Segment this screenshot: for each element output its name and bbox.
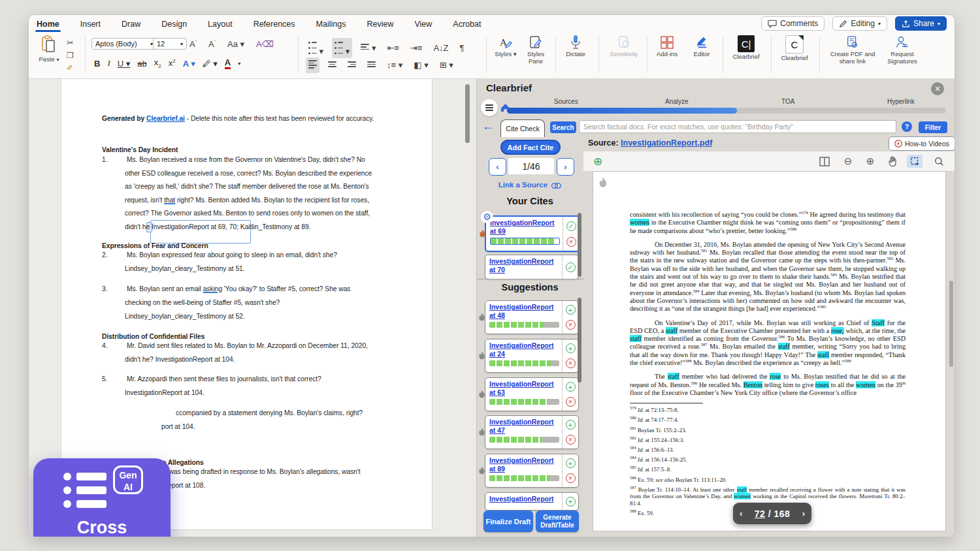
sort-icon[interactable]: A↓Z bbox=[431, 42, 451, 54]
tab-insert[interactable]: Insert bbox=[79, 17, 102, 31]
prev-cite-button[interactable]: ‹ bbox=[489, 158, 506, 176]
back-arrow-icon[interactable]: ← bbox=[482, 119, 494, 133]
pdf-scrollbar[interactable] bbox=[949, 281, 953, 367]
suggestion-card-investigationreport-24[interactable]: InvestigationReport at 24 + × bbox=[485, 339, 579, 373]
comments-button[interactable]: Comments bbox=[761, 16, 825, 31]
font-name-select[interactable]: Aptos (Body)▾ bbox=[91, 38, 157, 50]
borders-icon[interactable]: ⊞ ▾ bbox=[437, 59, 456, 71]
dictate-button[interactable]: Dictate bbox=[559, 35, 592, 58]
paste-button[interactable]: Paste ▾ bbox=[34, 35, 64, 63]
page-layout-icon[interactable] bbox=[817, 155, 832, 168]
highlight-color-icon[interactable]: 🖉 ▾ bbox=[203, 59, 218, 69]
add-ins-button[interactable]: Add-ins bbox=[651, 35, 683, 58]
multilevel-list-icon[interactable]: ▾ bbox=[358, 41, 378, 54]
suggestion-card-investigationreport-63[interactable]: InvestigationReport at 63 + × bbox=[485, 377, 579, 411]
add-cite-icon[interactable]: + bbox=[566, 382, 576, 392]
align-right-icon[interactable] bbox=[345, 59, 359, 72]
underline-icon[interactable]: U ▾ bbox=[118, 59, 131, 69]
pdf-search-icon[interactable] bbox=[931, 155, 947, 168]
tab-view[interactable]: View bbox=[413, 17, 433, 31]
cite-link[interactable]: InvestigationReport at 70 bbox=[489, 257, 559, 274]
nav-step-sources[interactable]: Sources bbox=[554, 98, 578, 105]
create-pdf-button[interactable]: Create PDF and share link bbox=[827, 35, 878, 65]
dismiss-cite-icon[interactable]: × bbox=[566, 397, 576, 407]
tab-design[interactable]: Design bbox=[160, 17, 188, 31]
hand-tool-icon[interactable] bbox=[885, 155, 900, 168]
how-to-videos-button[interactable]: How-to Videos bbox=[889, 136, 955, 151]
bullet-list-icon[interactable]: ▾ bbox=[306, 38, 326, 58]
add-cite-icon[interactable]: + bbox=[566, 497, 576, 507]
accept-cite-icon[interactable]: ✓ bbox=[566, 221, 576, 231]
marquee-select-icon[interactable] bbox=[907, 155, 923, 168]
next-cite-button[interactable]: › bbox=[557, 158, 574, 176]
tab-mailings[interactable]: Mailings bbox=[315, 17, 348, 31]
tab-review[interactable]: Review bbox=[365, 17, 395, 31]
zoom-in-icon[interactable]: ⊕ bbox=[862, 155, 878, 168]
cite-card-investigationreport-70[interactable]: InvestigationReport at 70 ✓ bbox=[485, 255, 579, 279]
prev-page-icon[interactable]: ‹ bbox=[740, 509, 742, 518]
add-cite-icon[interactable]: + bbox=[566, 420, 576, 430]
next-page-icon[interactable]: › bbox=[802, 509, 805, 518]
font-color-icon[interactable]: A bbox=[225, 57, 231, 69]
pdf-page[interactable]: consistent with his recollection of sayi… bbox=[593, 171, 946, 531]
styles-pane-button[interactable]: Styles Pane bbox=[520, 35, 551, 65]
numbered-list-icon[interactable]: ▾ bbox=[332, 38, 352, 58]
cite-link[interactable]: InvestigationReport at 24 bbox=[489, 341, 559, 358]
grow-font-icon[interactable]: Aˆ bbox=[187, 38, 199, 50]
cite-page-field[interactable]: 1/46 bbox=[508, 158, 554, 174]
suggestion-card-investigationreport-47[interactable]: InvestigationReport at 47 + × bbox=[485, 415, 579, 449]
request-signatures-button[interactable]: Request Signatures bbox=[879, 35, 925, 65]
line-spacing-icon[interactable]: ↕≡ ▾ bbox=[384, 59, 405, 71]
align-left-icon[interactable] bbox=[306, 57, 319, 73]
hamburger-menu-icon[interactable] bbox=[481, 99, 498, 116]
cite-check-tab[interactable]: Cite Check bbox=[500, 119, 545, 137]
suggestion-card-investigationreport-48[interactable]: InvestigationReport at 48 + × bbox=[485, 300, 579, 334]
change-case-icon[interactable]: Aa ▾ bbox=[225, 38, 247, 50]
add-fact-cite-button[interactable]: Add Fact Cite bbox=[500, 140, 561, 155]
nav-step-analyze[interactable]: Analyze bbox=[665, 98, 689, 105]
dismiss-cite-icon[interactable]: × bbox=[566, 320, 576, 330]
superscript-icon[interactable]: x2 bbox=[169, 58, 176, 68]
suggestions-scrollbar[interactable] bbox=[578, 298, 581, 383]
help-icon[interactable]: ? bbox=[902, 121, 912, 132]
filter-button[interactable]: Filter bbox=[919, 121, 947, 133]
suggestion-card-investigationreport-89[interactable]: InvestigationReport at 89 + × bbox=[485, 454, 579, 488]
copy-icon[interactable]: ❐ bbox=[67, 51, 74, 60]
source-file-link[interactable]: InvestigationReport.pdf bbox=[621, 138, 712, 148]
link-a-source-button[interactable]: Link a Source bbox=[477, 181, 583, 189]
your-cites-scrollbar[interactable] bbox=[578, 213, 581, 277]
tab-draw[interactable]: Draw bbox=[120, 17, 142, 31]
add-cite-icon[interactable]: + bbox=[566, 458, 576, 468]
tab-home[interactable]: Home bbox=[35, 17, 61, 31]
cite-link[interactable]: InvestigationReport at 89 bbox=[489, 456, 559, 473]
gear-icon[interactable]: ⚙ bbox=[481, 211, 493, 223]
decrease-indent-icon[interactable]: ⇤≡ bbox=[384, 42, 401, 54]
clearbrief-ribbon-button-2[interactable]: C Clearbrief bbox=[776, 35, 813, 62]
bold-icon[interactable]: B bbox=[94, 59, 100, 69]
current-page-field[interactable]: 72 bbox=[755, 509, 766, 519]
editing-mode-button[interactable]: Editing▾ bbox=[832, 16, 887, 31]
cite-link[interactable]: InvestigationReport at 48 bbox=[489, 303, 559, 320]
text-effects-icon[interactable]: A ▾ bbox=[183, 59, 195, 69]
cite-link[interactable]: InvestigationReport bbox=[489, 495, 559, 503]
share-button[interactable]: Share▾ bbox=[895, 16, 947, 31]
strikethrough-icon[interactable]: ab bbox=[137, 59, 146, 69]
tab-references[interactable]: References bbox=[252, 17, 297, 31]
cite-link[interactable]: InvestigationReport at 63 bbox=[489, 380, 559, 397]
panel-close-icon[interactable]: ✕ bbox=[931, 82, 944, 95]
add-cite-icon[interactable]: + bbox=[566, 305, 576, 315]
styles-button[interactable]: A Styles ▾ bbox=[491, 35, 520, 58]
justify-icon[interactable] bbox=[365, 59, 378, 72]
dismiss-cite-icon[interactable]: × bbox=[566, 358, 576, 368]
shrink-font-icon[interactable]: Aˇ bbox=[206, 38, 218, 50]
add-annotation-icon[interactable]: ⊕ bbox=[590, 155, 606, 168]
nav-step-hyperlink[interactable]: Hyperlink bbox=[887, 98, 915, 105]
nav-step-toa[interactable]: TOA bbox=[781, 98, 794, 105]
zoom-out-icon[interactable]: ⊖ bbox=[840, 155, 856, 168]
search-button[interactable]: Search bbox=[550, 121, 576, 133]
italic-icon[interactable]: I bbox=[107, 58, 110, 69]
add-cite-icon[interactable]: + bbox=[566, 343, 576, 353]
search-input[interactable] bbox=[579, 120, 896, 133]
suggestion-card-partial[interactable]: InvestigationReport + bbox=[485, 492, 579, 511]
cite-card-investigationreport-69[interactable]: ⚙ InvestigationReport at 69 ✓ × bbox=[485, 215, 580, 252]
